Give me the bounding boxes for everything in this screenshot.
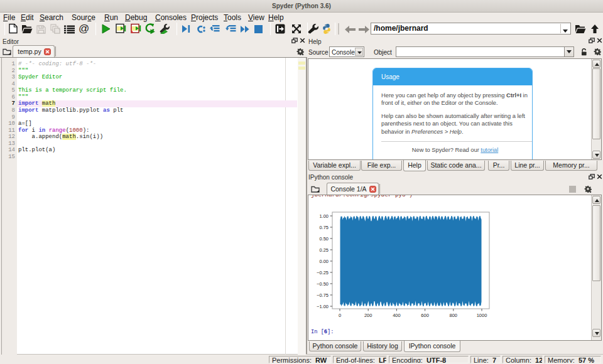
svg-text:−0.75: −0.75 bbox=[317, 292, 329, 298]
svg-text:200: 200 bbox=[364, 313, 372, 318]
svg-text:−1.00: −1.00 bbox=[317, 304, 329, 309]
svg-text:−0.50: −0.50 bbox=[317, 281, 329, 287]
svg-text:0.50: 0.50 bbox=[319, 236, 329, 242]
svg-text:0: 0 bbox=[339, 313, 341, 318]
svg-text:600: 600 bbox=[421, 313, 429, 318]
svg-text:800: 800 bbox=[450, 313, 458, 318]
svg-text:1.00: 1.00 bbox=[319, 213, 329, 219]
svg-text:400: 400 bbox=[393, 313, 401, 318]
svg-text:0.00: 0.00 bbox=[319, 259, 329, 264]
svg-text:−0.25: −0.25 bbox=[317, 270, 329, 276]
svg-text:1000: 1000 bbox=[477, 313, 487, 318]
svg-text:0.75: 0.75 bbox=[319, 225, 329, 230]
svg-text:0.25: 0.25 bbox=[319, 247, 329, 253]
